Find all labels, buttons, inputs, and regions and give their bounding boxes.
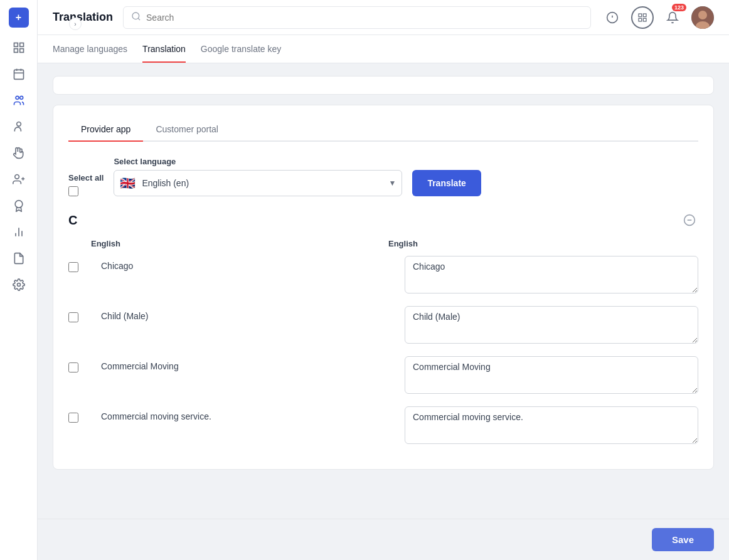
avatar[interactable] [691,6,714,29]
select-all-label: Select all [68,173,104,182]
notification-badge: 123 [672,4,686,11]
sidebar-item-person[interactable] [8,115,30,138]
sidebar-item-settings[interactable] [8,273,30,296]
svg-point-18 [17,283,20,287]
select-all-checkbox[interactable] [68,186,78,196]
section-c-header: C [68,211,698,229]
row-input-commercial-moving[interactable]: Commercial Moving [405,356,698,394]
save-button[interactable]: Save [652,528,714,551]
controls-row: Select all Select language 🇬🇧 English (e… [68,157,698,196]
svg-line-20 [138,18,140,20]
svg-rect-2 [14,49,18,53]
table-row: Commercial Moving Commercial Moving [68,356,698,394]
sidebar-item-calendar[interactable] [8,63,30,85]
sidebar: + [0,0,38,560]
row-input-chicago[interactable]: Chicago [405,256,698,293]
language-select-wrap: 🇬🇧 English (en) ▼ [114,170,402,196]
prev-card [53,76,714,95]
svg-point-29 [698,11,707,19]
grid-menu-button[interactable] [631,6,654,29]
row-checkbox-commercial-moving[interactable] [68,362,78,372]
left-col-header: English [91,239,378,248]
tab-google-translate[interactable]: Google translate key [201,35,281,63]
table-row: Chicago Chicago [68,256,698,293]
svg-point-14 [15,201,23,208]
svg-rect-1 [19,43,23,47]
notification-wrap: 123 [661,6,684,29]
row-checkbox-commercial-service[interactable] [68,413,78,423]
sidebar-item-add-person[interactable] [8,168,30,191]
search-bar [123,6,591,29]
svg-rect-0 [14,43,18,47]
row-label-commercial-service: Commercial moving service. [101,406,395,421]
main-wrapper: › Translation 123 [38,0,729,560]
translation-card: Provider app Customer portal Select all … [53,105,714,470]
svg-rect-4 [14,70,23,79]
svg-point-11 [14,175,19,179]
sidebar-item-award[interactable] [8,194,30,217]
table-row: Child (Male) Child (Male) [68,306,698,344]
language-label: Select language [114,157,402,166]
sub-tabs: Provider app Customer portal [68,118,698,142]
translate-button[interactable]: Translate [412,170,481,196]
tab-translation[interactable]: Translation [142,35,186,63]
table-row: Commercial moving service. Commercial mo… [68,406,698,444]
tab-manage-languages[interactable]: Manage languages [53,35,127,63]
save-bar: Save [38,519,729,560]
sidebar-item-chart[interactable] [8,221,30,243]
svg-rect-26 [639,18,642,21]
svg-point-8 [16,96,19,99]
row-input-child-male[interactable]: Child (Male) [405,306,698,344]
section-letter: C [68,213,77,228]
column-headers: English English [68,239,698,248]
collapse-section-button[interactable] [681,211,698,229]
svg-point-19 [132,13,139,19]
svg-point-10 [16,122,21,127]
sub-tab-provider[interactable]: Provider app [68,118,143,142]
app-logo[interactable]: + [9,8,29,28]
content: Provider app Customer portal Select all … [38,63,729,560]
row-label-chicago: Chicago [101,256,395,271]
tabs-bar: Manage languages Translation Google tran… [38,35,729,63]
select-all-group: Select all [68,173,104,196]
row-checkbox-chicago[interactable] [68,262,78,272]
sidebar-item-grid[interactable] [8,36,30,59]
header-actions: 123 [601,6,714,29]
language-select[interactable]: English (en) [114,170,402,196]
sidebar-toggle[interactable]: › [69,18,82,30]
row-label-commercial-moving: Commercial Moving [101,356,395,371]
svg-rect-27 [643,18,646,21]
svg-rect-24 [639,14,642,17]
language-group: Select language 🇬🇧 English (en) ▼ [114,157,402,196]
right-col-header: English [388,239,676,248]
sidebar-item-hand[interactable] [8,142,30,164]
svg-rect-3 [19,49,23,53]
svg-rect-25 [643,14,646,17]
svg-point-9 [19,96,23,99]
sidebar-item-groups[interactable] [8,89,30,112]
search-icon [131,11,141,24]
page-title: Translation [53,11,113,24]
info-button[interactable] [601,6,624,29]
bottom-spacer [53,480,714,517]
header: Translation 123 [38,0,729,35]
search-input[interactable] [146,13,583,23]
row-label-child-male: Child (Male) [101,306,395,321]
row-checkbox-child-male[interactable] [68,312,78,322]
sidebar-item-document[interactable] [8,247,30,270]
sub-tab-customer[interactable]: Customer portal [143,118,231,142]
row-input-commercial-service[interactable]: Commercial moving service. [405,406,698,444]
